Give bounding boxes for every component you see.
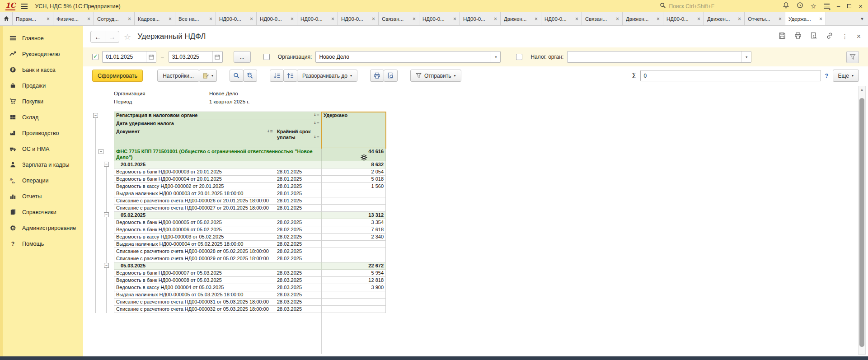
filters-button[interactable]: [846, 51, 859, 63]
print-icon[interactable]: [794, 32, 802, 41]
date-group-label[interactable]: 05.03.2025: [114, 262, 322, 270]
tab-close-icon[interactable]: ×: [779, 16, 782, 22]
report-cell-document[interactable]: Ведомость в банк НД00-000008 от 05.03.20…: [114, 277, 275, 284]
report-cell-document[interactable]: Выдача наличных НД00-000005 от 05.03.202…: [114, 291, 275, 299]
report-cell-deadline[interactable]: 28.01.2025: [275, 205, 322, 212]
report-cell-withheld[interactable]: [322, 299, 386, 306]
home-tab[interactable]: [0, 12, 13, 25]
settings-button[interactable]: Настройки...: [157, 70, 199, 82]
report-cell-withheld[interactable]: 3 900: [322, 284, 386, 291]
autosum-field[interactable]: 0: [640, 70, 821, 81]
report-cell-document[interactable]: Списание с расчетного счета НД00-000029 …: [114, 255, 275, 262]
sort-icon[interactable]: ↓≡: [314, 121, 319, 126]
tab-close-icon[interactable]: ×: [47, 16, 50, 22]
calendar-icon[interactable]: [212, 51, 222, 62]
column-header-registration[interactable]: Регистрация в налоговом органе↓≡: [114, 112, 322, 120]
organization-combo[interactable]: Новое Дело ▾: [315, 51, 501, 63]
report-cell-deadline[interactable]: 28.01.2025: [275, 183, 322, 190]
document-row[interactable]: Выдача наличных НД00-000005 от 05.03.202…: [114, 291, 386, 299]
report-cell-withheld[interactable]: [322, 255, 386, 262]
favorites-star-icon[interactable]: ☆: [811, 2, 816, 10]
report-cell-document[interactable]: Выдача наличных НД00-000004 от 05.02.202…: [114, 241, 275, 248]
report-cell-withheld[interactable]: [322, 248, 386, 255]
send-button[interactable]: Отправить ▾: [410, 70, 461, 82]
report-cell-withheld[interactable]: [322, 241, 386, 248]
tab-close-icon[interactable]: ×: [413, 16, 416, 22]
tab-close-icon[interactable]: ×: [291, 16, 294, 22]
tab-close-icon[interactable]: ×: [697, 16, 700, 22]
tab-close-icon[interactable]: ×: [209, 16, 212, 22]
tab-14[interactable]: НД00-0...×: [541, 12, 582, 25]
report-cell-document[interactable]: Списание с расчетного счета НД00-000026 …: [114, 197, 275, 205]
report-cell-deadline[interactable]: 28.03.2025: [275, 284, 322, 291]
date-group-label[interactable]: 20.01.2025: [114, 161, 322, 168]
expand-date-group[interactable]: −: [104, 162, 109, 167]
column-header-withhold-date[interactable]: Дата удержания налога↓≡: [114, 120, 322, 128]
report-cell-document[interactable]: Ведомость в кассу НД00-000003 от 05.02.2…: [114, 234, 275, 241]
document-row[interactable]: Ведомость в банк НД00-000005 от 05.02.20…: [114, 219, 386, 226]
sidebar-item-dtkt[interactable]: ДтКтОперации: [0, 173, 83, 188]
tab-close-icon[interactable]: ×: [535, 16, 538, 22]
report-cell-deadline[interactable]: 28.03.2025: [275, 291, 322, 299]
expand-all-rows-button[interactable]: [270, 70, 284, 82]
tab-1[interactable]: Парам...×: [13, 12, 53, 25]
sidebar-item-person[interactable]: Зарплата и кадры: [0, 157, 83, 173]
date-group-row[interactable]: 05.03.202522 672: [114, 262, 386, 270]
document-row[interactable]: Выдача наличных НД00-000003 от 20.01.202…: [114, 190, 386, 197]
report-cell-deadline[interactable]: 28.01.2025: [275, 176, 322, 183]
scroll-up-icon[interactable]: ▲: [859, 88, 865, 92]
period-to-field[interactable]: 31.03.2025: [169, 51, 223, 63]
close-form-icon[interactable]: ×: [857, 33, 861, 41]
tab-10[interactable]: Связан...×: [379, 12, 419, 25]
tab-close-icon[interactable]: ×: [657, 16, 660, 22]
sidebar-item-trend[interactable]: Руководителю: [0, 46, 83, 62]
chevron-down-icon[interactable]: ▾: [491, 51, 500, 62]
print-preview-button[interactable]: [384, 70, 398, 82]
tab-close-icon[interactable]: ×: [169, 16, 172, 22]
report-cell-document[interactable]: Ведомость в кассу НД00-000004 от 05.03.2…: [114, 284, 275, 291]
sidebar-item-chart[interactable]: Отчеты: [0, 188, 83, 204]
tab-close-icon[interactable]: ×: [453, 16, 456, 22]
date-group-row[interactable]: 20.01.20258 632: [114, 161, 386, 168]
tab-close-icon[interactable]: ×: [819, 16, 822, 22]
tab-3[interactable]: Сотруд...×: [94, 12, 135, 25]
choose-period-button[interactable]: ...: [234, 51, 251, 63]
service-menu-icon[interactable]: ▾: [824, 4, 830, 8]
tab-4[interactable]: Кадров...×: [135, 12, 175, 25]
report-cell-document[interactable]: Списание с расчетного счета НД00-000031 …: [114, 299, 275, 306]
tab-close-icon[interactable]: ×: [616, 16, 619, 22]
report-cell-document[interactable]: Списание с расчетного счета НД00-000032 …: [114, 306, 275, 313]
report-cell-withheld[interactable]: 5 954: [322, 270, 386, 277]
document-row[interactable]: Списание с расчетного счета НД00-000032 …: [114, 306, 386, 313]
report-cell-deadline[interactable]: 28.02.2025: [275, 226, 322, 234]
report-cell-document[interactable]: Ведомость в банк НД00-000004 от 20.01.20…: [114, 176, 275, 183]
document-row[interactable]: Ведомость в банк НД00-000003 от 20.01.20…: [114, 168, 386, 176]
document-row[interactable]: Ведомость в кассу НД00-000002 от 20.01.2…: [114, 183, 386, 190]
tab-2[interactable]: Физиче...×: [53, 12, 94, 25]
report-cell-withheld[interactable]: [322, 291, 386, 299]
report-cell-document[interactable]: Ведомость в банк НД00-000005 от 05.02.20…: [114, 219, 275, 226]
sidebar-item-cart[interactable]: Покупки: [0, 94, 83, 109]
get-link-icon[interactable]: [826, 32, 833, 41]
sidebar-item-help[interactable]: ?Помощь: [0, 236, 83, 252]
report-cell-withheld[interactable]: [322, 197, 386, 205]
sort-icon[interactable]: ↓≡: [314, 112, 319, 118]
report-cell-withheld[interactable]: 1 560: [322, 183, 386, 190]
report-cell-withheld[interactable]: 12 818: [322, 277, 386, 284]
report-cell-document[interactable]: Списание с расчетного счета НД00-000027 …: [114, 205, 275, 212]
find-next-button[interactable]: [243, 70, 257, 82]
report-cell-document[interactable]: Ведомость в банк НД00-000006 от 05.02.20…: [114, 226, 275, 234]
expand-date-group[interactable]: −: [104, 263, 109, 268]
tab-6[interactable]: НД00-0...×: [216, 12, 257, 25]
document-row[interactable]: Ведомость в банк НД00-000008 от 05.03.20…: [114, 277, 386, 284]
tab-15[interactable]: Связан...×: [582, 12, 623, 25]
print-button[interactable]: [370, 70, 384, 82]
sidebar-item-sales[interactable]: Продажи: [0, 78, 83, 94]
tab-7[interactable]: НД00-0...×: [257, 12, 297, 25]
date-group-total[interactable]: 13 312: [322, 212, 386, 219]
report-cell-document[interactable]: Ведомость в банк НД00-000003 от 20.01.20…: [114, 168, 275, 176]
forward-button[interactable]: →: [105, 31, 119, 42]
document-row[interactable]: Ведомость в банк НД00-000006 от 05.02.20…: [114, 226, 386, 234]
report-cell-withheld[interactable]: 7 618: [322, 226, 386, 234]
tab-close-icon[interactable]: ×: [738, 16, 741, 22]
